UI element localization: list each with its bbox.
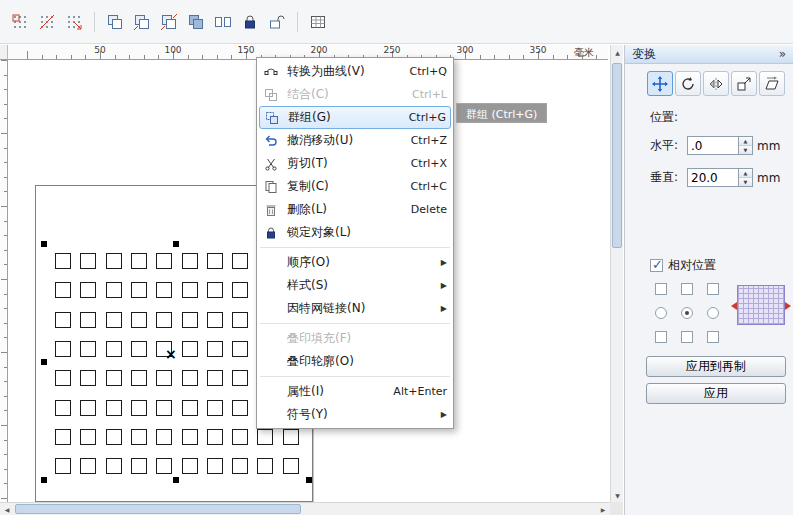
anchor-circle-checkbox[interactable]: [707, 307, 719, 319]
rotate-tool-button[interactable]: [675, 71, 701, 96]
ruler-origin-corner[interactable]: [0, 45, 8, 60]
skew-tool-button[interactable]: [759, 71, 785, 96]
relative-position-label: 相对位置: [668, 257, 716, 274]
relative-position-row[interactable]: 相对位置: [650, 257, 716, 274]
grid-square: [80, 253, 96, 269]
grid-square: [131, 400, 147, 416]
ruler-tick: [480, 55, 481, 59]
vertical-scrollbar[interactable]: ▲ ▼: [610, 45, 623, 502]
grid-square: [156, 458, 172, 474]
anchor-square-checkbox[interactable]: [707, 331, 719, 343]
spin-up-icon[interactable]: ▲: [739, 137, 752, 145]
menu-item[interactable]: 删除(L)Delete: [257, 198, 453, 221]
horizontal-spinner[interactable]: ▲▼: [739, 136, 753, 155]
menu-item[interactable]: 复制(C)Ctrl+C: [257, 175, 453, 198]
blank-icon: [261, 331, 281, 347]
grid-square: [207, 312, 223, 328]
menu-item[interactable]: 转换为曲线(V)Ctrl+Q: [257, 60, 453, 83]
grid-square: [156, 282, 172, 298]
menu-item[interactable]: 撤消移动(U)Ctrl+Z: [257, 129, 453, 152]
spin-down-icon[interactable]: ▼: [739, 177, 752, 186]
submenu-arrow-icon: ▶: [389, 258, 447, 267]
scroll-right-icon[interactable]: ▶: [596, 503, 610, 515]
vertical-value-input[interactable]: [687, 168, 739, 187]
anchor-square-checkbox[interactable]: [707, 283, 719, 295]
grid-square: [232, 341, 248, 357]
position-tool-button[interactable]: [647, 71, 673, 96]
anchor-circle-checkbox[interactable]: [655, 307, 667, 319]
grid-square: [80, 282, 96, 298]
ruler-tick: [4, 337, 7, 338]
combine-icon[interactable]: [184, 10, 208, 34]
vertical-scroll-thumb[interactable]: [612, 63, 622, 248]
snap-to-guidelines-icon[interactable]: [35, 10, 59, 34]
grid-square: [80, 400, 96, 416]
menu-shortcut: Ctrl+L: [389, 88, 447, 101]
menu-item[interactable]: 符号(Y)▶: [257, 403, 453, 426]
menu-item-label: 复制(C): [287, 178, 381, 195]
selection-handle[interactable]: [41, 477, 47, 483]
vertical-spinner[interactable]: ▲▼: [739, 168, 753, 187]
anchor-square-checkbox[interactable]: [681, 331, 693, 343]
docker-title: 变换: [632, 46, 779, 63]
context-menu: 转换为曲线(V)Ctrl+Q结合(C)Ctrl+L群组(G)Ctrl+G撤消移动…: [256, 57, 454, 429]
grid-square: [182, 253, 198, 269]
grid-square: [232, 312, 248, 328]
spin-up-icon[interactable]: ▲: [739, 169, 752, 177]
menu-item[interactable]: 锁定对象(L): [257, 221, 453, 244]
apply-button[interactable]: 应用: [646, 383, 786, 404]
group-icon[interactable]: [103, 10, 127, 34]
toolbar-separator: [297, 12, 298, 32]
docker-collapse-icon[interactable]: »: [779, 47, 786, 61]
apply-to-duplicate-button[interactable]: 应用到再制: [646, 356, 786, 377]
menu-item[interactable]: 叠印轮廓(O): [257, 350, 453, 373]
unlock-object-icon[interactable]: [265, 10, 289, 34]
ruler-tick: [158, 55, 159, 59]
anchor-circle-dot-checkbox[interactable]: [681, 307, 693, 319]
horizontal-scrollbar[interactable]: ◀ ▶: [0, 502, 610, 515]
selection-center-mark[interactable]: ×: [165, 346, 177, 362]
grid-square: [80, 341, 96, 357]
horizontal-value-input[interactable]: [687, 136, 739, 155]
table-tool-icon[interactable]: [306, 10, 330, 34]
vertical-ruler[interactable]: [0, 60, 8, 502]
selection-handle[interactable]: [173, 241, 179, 247]
anchor-square-checkbox[interactable]: [655, 331, 667, 343]
ungroup-all-icon[interactable]: [157, 10, 181, 34]
menu-item[interactable]: 样式(S)▶: [257, 274, 453, 297]
scale-mirror-tool-button[interactable]: [703, 71, 729, 96]
vertical-field-row: 垂直: ▲▼ mm: [650, 168, 780, 187]
snap-to-objects-icon[interactable]: [62, 10, 86, 34]
lock-object-icon[interactable]: [238, 10, 262, 34]
scroll-left-icon[interactable]: ◀: [0, 503, 14, 515]
menu-item[interactable]: 因特网链接(N)▶: [257, 297, 453, 320]
snap-to-grid-icon[interactable]: [8, 10, 32, 34]
ruler-tick: [509, 55, 510, 59]
selection-handle[interactable]: [41, 359, 47, 365]
selection-handle[interactable]: [306, 477, 312, 483]
menu-item-label: 叠印填充(F): [287, 330, 381, 347]
anchor-square-checkbox[interactable]: [655, 283, 667, 295]
drag-ghost-tooltip: 群组 (Ctrl+G): [456, 103, 547, 123]
menu-item[interactable]: 群组(G)Ctrl+G: [259, 106, 451, 129]
ruler-tick: [42, 55, 43, 59]
scroll-up-icon[interactable]: ▲: [611, 45, 624, 59]
spin-down-icon[interactable]: ▼: [739, 145, 752, 154]
size-tool-button[interactable]: [731, 71, 757, 96]
selection-handle[interactable]: [41, 241, 47, 247]
menu-item[interactable]: 顺序(O)▶: [257, 251, 453, 274]
delete-icon: [261, 202, 281, 218]
horizontal-scroll-thumb[interactable]: [15, 504, 301, 514]
grid-square: [55, 341, 71, 357]
ruler-tick: [4, 221, 7, 222]
ruler-tick: [1, 498, 7, 499]
scroll-down-icon[interactable]: ▼: [611, 488, 624, 502]
anchor-square-checkbox[interactable]: [681, 283, 693, 295]
ruler-tick: [217, 55, 218, 59]
selection-handle[interactable]: [173, 477, 179, 483]
ungroup-icon[interactable]: [130, 10, 154, 34]
menu-item[interactable]: 剪切(T)Ctrl+X: [257, 152, 453, 175]
relative-position-checkbox[interactable]: [650, 259, 663, 272]
menu-item[interactable]: 属性(I)Alt+Enter: [257, 380, 453, 403]
break-apart-icon[interactable]: [211, 10, 235, 34]
